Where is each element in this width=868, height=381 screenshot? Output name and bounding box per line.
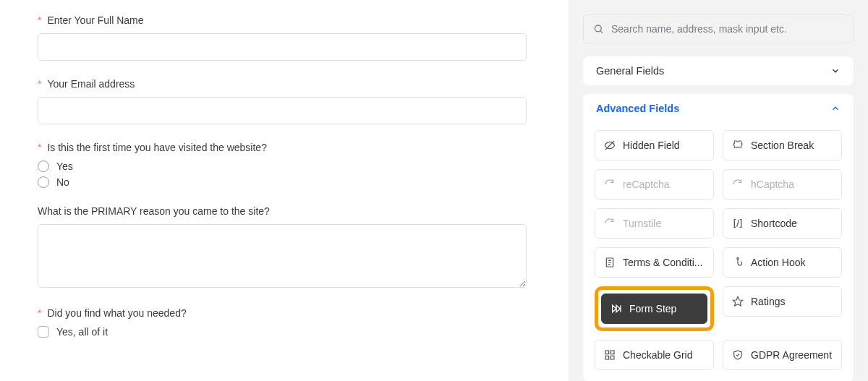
refresh-icon <box>604 179 616 190</box>
name-input[interactable] <box>38 33 527 61</box>
panel-general: General Fields <box>583 56 854 85</box>
search-icon <box>593 24 604 35</box>
radio-yes[interactable]: Yes <box>38 160 527 172</box>
tile-label: Section Break <box>751 140 814 151</box>
chevron-down-icon <box>830 66 841 76</box>
label-text: Is this the first time you have visited … <box>47 142 266 153</box>
label-first-visit: * Is this the first time you have visite… <box>38 142 527 153</box>
tile-action-hook[interactable]: Action Hook <box>723 247 842 278</box>
panel-title: Advanced Fields <box>596 103 679 114</box>
panel-general-header[interactable]: General Fields <box>583 56 854 85</box>
form-group-found: * Did you find what you needed? Yes, all… <box>38 307 527 338</box>
svg-rect-13 <box>605 351 609 354</box>
tile-label: Checkable Grid <box>623 349 693 361</box>
tile-gdpr[interactable]: GDPR Agreement <box>723 340 842 370</box>
refresh-icon <box>732 179 744 190</box>
puzzle-icon <box>732 140 744 151</box>
refresh-icon <box>604 218 616 229</box>
required-asterisk: * <box>38 307 41 319</box>
search-box <box>583 14 854 43</box>
tile-label: GDPR Agreement <box>751 349 832 361</box>
panel-body: Hidden Field Section Break reCaptcha hCa… <box>583 123 854 381</box>
tile-recaptcha[interactable]: reCaptcha <box>595 169 714 200</box>
tile-label: hCaptcha <box>751 179 794 190</box>
tile-label: Ratings <box>751 296 785 307</box>
svg-point-0 <box>595 25 602 32</box>
skip-forward-icon <box>610 303 622 314</box>
label-text: Did you find what you needed? <box>47 307 186 319</box>
label-name: * Enter Your Full Name <box>38 14 527 26</box>
panel-title: General Fields <box>596 65 664 77</box>
label-text: Your Email address <box>47 78 135 90</box>
label-reason: What is the PRIMARY reason you came to t… <box>38 205 527 217</box>
panel-advanced: Advanced Fields Hidden Field Section Bre… <box>583 94 854 381</box>
checkbox-icon <box>38 326 49 338</box>
tile-shortcode[interactable]: Shortcode <box>723 208 842 239</box>
label-email: * Your Email address <box>38 78 527 90</box>
radio-no[interactable]: No <box>38 176 527 188</box>
star-icon <box>732 296 744 307</box>
svg-line-3 <box>737 220 739 226</box>
svg-line-1 <box>600 31 603 33</box>
required-asterisk: * <box>38 78 41 90</box>
tile-section-break[interactable]: Section Break <box>723 130 842 160</box>
panel-advanced-header[interactable]: Advanced Fields <box>583 94 854 123</box>
document-icon <box>604 257 616 268</box>
reason-textarea[interactable] <box>38 224 527 288</box>
radio-label: No <box>56 176 69 188</box>
checkbox-yes-all[interactable]: Yes, all of it <box>38 326 527 338</box>
label-found: * Did you find what you needed? <box>38 307 527 319</box>
label-text: Enter Your Full Name <box>47 14 143 26</box>
svg-rect-14 <box>610 351 614 354</box>
hook-icon <box>732 257 744 268</box>
radio-icon <box>38 160 49 172</box>
tile-label: Turnstile <box>623 218 661 229</box>
highlight-form-step: Form Step <box>595 286 714 331</box>
tile-label: Form Step <box>629 303 676 314</box>
svg-point-8 <box>737 257 739 259</box>
tile-label: Hidden Field <box>623 140 680 151</box>
tile-hcaptcha[interactable]: hCaptcha <box>723 169 842 200</box>
tile-ratings[interactable]: Ratings <box>723 286 842 317</box>
form-group-reason: What is the PRIMARY reason you came to t… <box>38 205 527 290</box>
svg-rect-15 <box>605 356 609 359</box>
svg-marker-9 <box>613 305 616 312</box>
checkbox-label: Yes, all of it <box>56 326 108 338</box>
shield-icon <box>732 349 744 361</box>
form-group-name: * Enter Your Full Name <box>38 14 527 61</box>
code-brackets-icon <box>732 218 744 229</box>
form-canvas: * Enter Your Full Name * Your Email addr… <box>0 0 569 381</box>
tile-form-step[interactable]: Form Step <box>601 294 707 324</box>
tile-turnstile[interactable]: Turnstile <box>595 208 714 239</box>
tile-label: Shortcode <box>751 218 797 229</box>
chevron-up-icon <box>830 103 841 114</box>
radio-group-first-visit: Yes No <box>38 160 527 188</box>
radio-label: Yes <box>56 160 73 172</box>
svg-rect-16 <box>610 356 614 359</box>
email-input[interactable] <box>38 97 527 124</box>
grid-icon <box>604 349 616 361</box>
search-input[interactable] <box>583 14 854 43</box>
label-text: What is the PRIMARY reason you came to t… <box>38 205 270 217</box>
svg-marker-12 <box>733 296 742 306</box>
form-group-email: * Your Email address <box>38 78 527 124</box>
required-asterisk: * <box>38 142 41 153</box>
tile-checkable-grid[interactable]: Checkable Grid <box>595 340 714 370</box>
tile-label: Action Hook <box>751 257 805 268</box>
required-asterisk: * <box>38 14 41 26</box>
tile-label: Terms & Conditi... <box>623 257 702 268</box>
form-group-first-visit: * Is this the first time you have visite… <box>38 142 527 188</box>
tile-label: reCaptcha <box>623 179 670 190</box>
tile-terms[interactable]: Terms & Conditi... <box>595 247 714 278</box>
radio-icon <box>38 176 49 188</box>
eye-off-icon <box>604 140 616 151</box>
sidebar: General Fields Advanced Fields Hidden Fi… <box>569 0 868 381</box>
tile-hidden-field[interactable]: Hidden Field <box>595 130 714 160</box>
